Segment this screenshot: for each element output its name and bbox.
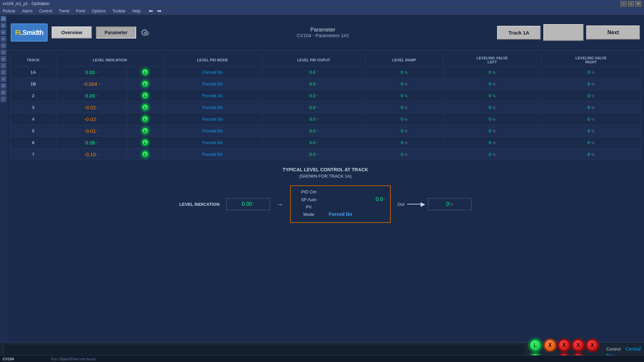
menu-point[interactable]: Point [74,9,86,13]
minimize-button[interactable]: ─ [621,1,627,6]
sidebar-icon-5[interactable]: ⊘ [1,43,6,48]
level-indicator[interactable]: L [127,102,163,113]
sidebar-icon-8[interactable]: ✎ [1,63,6,68]
sidebar-icon-2[interactable]: ▤ [1,23,6,28]
col-level-ramp: LEVEL RAMP [366,54,443,66]
level-value[interactable]: 0.00 ° [56,66,127,78]
sp-auto-label: SP Auto [296,197,322,202]
level-ramp[interactable]: 0 % [366,125,443,137]
valve-right[interactable]: 0 % [542,102,641,113]
parameter-button[interactable]: Parameter [96,26,136,39]
sidebar-icon-7[interactable]: ⊞ [1,56,6,62]
sidebar-icon-13[interactable]: ? [1,97,6,102]
menu-help[interactable]: Help [131,9,142,13]
menu-picture[interactable]: Picture [1,9,16,13]
output-box[interactable]: 0 % [428,198,472,210]
track-cell: 5 [10,125,56,137]
menu-options[interactable]: Options [91,9,107,13]
sidebar-icon-11[interactable]: ⊞ [1,83,6,88]
valve-right[interactable]: 0 % [542,125,641,137]
maximize-button[interactable]: □ [628,1,634,6]
valve-left[interactable]: 0 % [443,102,542,113]
indicator-X4[interactable]: X [586,339,598,351]
menu-alarm[interactable]: Alarm [20,9,34,13]
pid-output[interactable]: 0.0 ° [262,90,366,102]
level-indicator[interactable]: L [127,148,163,160]
level-value[interactable]: -0.004 ° [56,78,127,90]
sidebar-icon-12[interactable]: ⊞ [1,90,6,95]
valve-right[interactable]: 0 % [542,137,641,148]
pid-mode[interactable]: Forced Dn [163,113,262,125]
valve-left[interactable]: 0 % [443,137,542,148]
valve-left[interactable]: 0 % [443,66,542,78]
level-indicator[interactable]: L [127,90,163,102]
valve-left[interactable]: 0 % [443,78,542,90]
pid-mode[interactable]: Forced Dn [163,137,262,148]
nav-back-icon[interactable]: ⬅ [149,8,153,14]
pid-output[interactable]: 0.0 ° [262,137,366,148]
valve-right[interactable]: 0 % [542,90,641,102]
level-value[interactable]: 0.09 ° [56,90,127,102]
sidebar-icon-3[interactable]: ◈ [1,29,6,35]
pid-output[interactable]: 0.0 ° [262,78,366,90]
table-row: 7 -0.10 ° L Forced Dn 0.0 ° 0 % 0 % 0 % [10,148,641,160]
menu-control[interactable]: Control [38,9,54,13]
valve-right[interactable]: 0 % [542,113,641,125]
menu-toolbar[interactable]: Toolbar [111,9,127,13]
pid-output[interactable]: 0.0 ° [262,148,366,160]
valve-right[interactable]: 0 % [542,66,641,78]
track-button[interactable]: Track 1A [497,26,541,40]
overview-button[interactable]: Overview [52,26,92,39]
menu-trend[interactable]: Trend [57,9,70,13]
next-button[interactable]: Next [586,25,640,40]
level-value[interactable]: -0.01 ° [56,125,127,137]
level-indicator[interactable]: L [127,78,163,90]
level-indicator[interactable]: L [127,137,163,148]
pid-output[interactable]: 0.0 ° [262,102,366,113]
valve-left[interactable]: 0 % [443,113,542,125]
pid-mode[interactable]: Forced Dn [163,125,262,137]
sidebar-icon-9[interactable]: ⊡ [1,70,6,75]
level-indicator[interactable]: L [127,113,163,125]
level-value[interactable]: -0.02 ° [56,113,127,125]
level-value[interactable]: -0.10 ° [56,148,127,160]
level-ramp[interactable]: 0 % [366,137,443,148]
indicator-X3[interactable]: X [572,339,584,351]
pid-box[interactable]: PID Ctrl SP Auto 0.0 ° PV Mode Forced Dn [290,185,391,223]
level-input-box[interactable]: 0.00 ° [226,198,270,210]
pid-output[interactable]: 0.0 ° [262,66,366,78]
pid-output[interactable]: 0.0 ° [262,113,366,125]
level-ramp[interactable]: 0 % [366,148,443,160]
indicator-X2[interactable]: X [558,339,570,351]
pid-mode[interactable]: Forced Dn [163,78,262,90]
pid-mode[interactable]: Forced Dn [163,148,262,160]
indicator-X1[interactable]: X [544,339,556,351]
sidebar-icon-6[interactable]: ◷ [1,50,6,55]
sidebar-icon-4[interactable]: ⊕ [1,36,6,42]
level-ramp[interactable]: 0 % [366,66,443,78]
level-ramp[interactable]: 0 % [366,113,443,125]
valve-left[interactable]: 0 % [443,148,542,160]
pid-mode[interactable]: Forced Dn [163,90,262,102]
pid-output[interactable]: 0.0 ° [262,125,366,137]
spacer-button[interactable] [543,24,584,41]
sidebar-icon-10[interactable]: ⊛ [1,76,6,82]
level-ramp[interactable]: 0 % [366,78,443,90]
indicator-L[interactable]: L [529,339,541,351]
level-indicator[interactable]: L [127,66,163,78]
valve-right[interactable]: 0 % [542,148,641,160]
level-ramp[interactable]: 0 % [366,90,443,102]
valve-right[interactable]: 0 % [542,78,641,90]
col-pid-output: LEVEL PID OUPUT [262,54,366,66]
valve-left[interactable]: 0 % [443,90,542,102]
sidebar-icon-1[interactable]: ⊞ [1,16,6,21]
pid-mode[interactable]: Forced Dn [163,102,262,113]
level-value[interactable]: 0.08 ° [56,137,127,148]
nav-forward-icon[interactable]: ➡ [157,8,161,14]
close-button[interactable]: ✕ [635,1,641,6]
pid-mode[interactable]: Forced Dn [163,66,262,78]
valve-left[interactable]: 0 % [443,125,542,137]
level-ramp[interactable]: 0 % [366,102,443,113]
level-value[interactable]: -0.02 ° [56,102,127,113]
level-indicator[interactable]: L [127,125,163,137]
